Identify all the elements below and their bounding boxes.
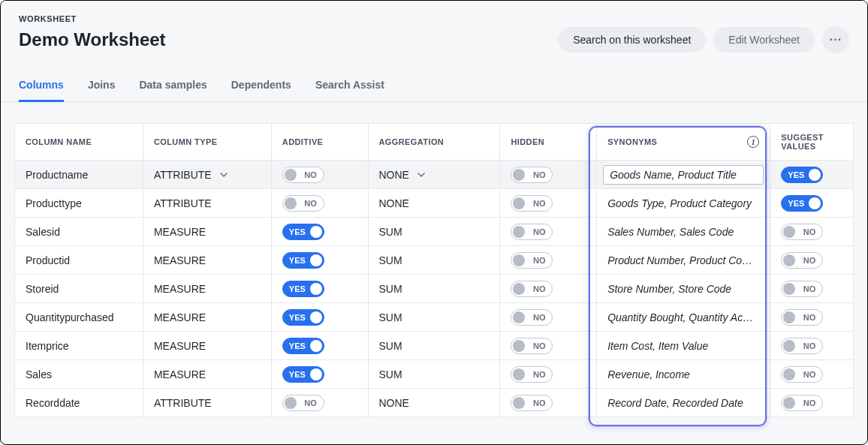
hidden-toggle[interactable]: NO bbox=[511, 395, 553, 411]
suggest-values-toggle[interactable]: NO bbox=[781, 224, 823, 240]
cell-synonyms[interactable]: Sales Number, Sales Code bbox=[597, 218, 770, 246]
additive-toggle[interactable]: YES bbox=[282, 224, 324, 240]
suggest-values-toggle[interactable]: YES bbox=[781, 195, 823, 212]
synonyms-text: Revenue, Income bbox=[607, 368, 759, 380]
cell-suggest-values: NO bbox=[770, 246, 854, 275]
cell-synonyms[interactable]: Goods Type, Product Category bbox=[597, 189, 770, 218]
additive-toggle[interactable]: NO bbox=[282, 195, 324, 212]
aggregation-value: SUM bbox=[379, 368, 402, 380]
cell-suggest-values: NO bbox=[770, 360, 854, 389]
hidden-toggle[interactable]: NO bbox=[511, 366, 553, 383]
suggest-values-toggle[interactable]: YES bbox=[781, 167, 823, 183]
additive-toggle[interactable]: YES bbox=[282, 252, 324, 269]
additive-toggle[interactable]: YES bbox=[282, 309, 324, 326]
th-additive: ADDITIVE bbox=[271, 124, 368, 161]
synonyms-text: Record Date, Recorded Date bbox=[607, 397, 759, 409]
column-type-value: ATTRIBUTE bbox=[154, 197, 212, 209]
cell-column-name: Productname bbox=[15, 161, 143, 189]
tab-search-assist[interactable]: Search Assist bbox=[315, 71, 384, 102]
cell-synonyms[interactable]: Record Date, Recorded Date bbox=[597, 389, 770, 417]
synonyms-text: Goods Type, Product Category bbox=[607, 197, 759, 209]
table-row: SalesidMEASUREYESSUMNOSales Number, Sale… bbox=[15, 218, 854, 246]
cell-synonyms[interactable]: Product Number, Product Co… bbox=[597, 246, 770, 275]
cell-aggregation[interactable]: NONE bbox=[368, 161, 500, 189]
cell-suggest-values: YES bbox=[770, 189, 854, 218]
cell-aggregation: SUM bbox=[368, 360, 500, 389]
table-row: ProducttypeATTRIBUTENONONENOGoods Type, … bbox=[15, 189, 854, 218]
cell-additive: YES bbox=[271, 218, 368, 246]
cell-additive: NO bbox=[271, 161, 368, 189]
suggest-values-toggle[interactable]: NO bbox=[781, 395, 823, 411]
chevron-down-icon bbox=[417, 170, 426, 179]
cell-column-name: Recorddate bbox=[15, 389, 143, 417]
cell-suggest-values: NO bbox=[770, 303, 854, 332]
additive-toggle[interactable]: YES bbox=[282, 338, 324, 354]
synonyms-text: Product Number, Product Co… bbox=[607, 254, 759, 266]
synonyms-input[interactable] bbox=[603, 165, 764, 185]
th-hidden: HIDDEN bbox=[500, 124, 597, 161]
cell-additive: YES bbox=[271, 332, 368, 360]
cell-synonyms[interactable]: Revenue, Income bbox=[597, 360, 770, 389]
suggest-values-toggle[interactable]: NO bbox=[781, 338, 823, 354]
cell-column-name: Salesid bbox=[15, 218, 143, 246]
cell-synonyms[interactable]: Store Number, Store Code bbox=[597, 275, 770, 303]
page-title: Demo Worksheet bbox=[19, 29, 166, 50]
synonyms-text: Item Cost, Item Value bbox=[607, 340, 759, 352]
cell-column-name: Sales bbox=[15, 360, 143, 389]
suggest-values-toggle[interactable]: NO bbox=[781, 281, 823, 297]
cell-column-name: Producttype bbox=[15, 189, 143, 218]
cell-aggregation: SUM bbox=[368, 303, 500, 332]
column-type-value: ATTRIBUTE bbox=[154, 169, 212, 181]
synonyms-text: Quantity Bought, Quantity Ac… bbox=[607, 311, 759, 323]
additive-toggle[interactable]: YES bbox=[282, 366, 324, 383]
th-synonyms-label: SYNONYMS bbox=[607, 137, 657, 146]
cell-synonyms[interactable]: Quantity Bought, Quantity Ac… bbox=[597, 303, 770, 332]
cell-column-name: Itemprice bbox=[15, 332, 143, 360]
cell-aggregation: SUM bbox=[368, 246, 500, 275]
suggest-values-toggle[interactable]: NO bbox=[781, 252, 823, 269]
cell-synonyms[interactable] bbox=[597, 161, 770, 189]
hidden-toggle[interactable]: NO bbox=[511, 252, 553, 269]
cell-column-type: MEASURE bbox=[143, 303, 271, 332]
info-icon[interactable]: i bbox=[747, 136, 759, 148]
cell-hidden: NO bbox=[500, 246, 597, 275]
tab-data-samples[interactable]: Data samples bbox=[139, 71, 206, 102]
additive-toggle[interactable]: YES bbox=[282, 281, 324, 297]
cell-synonyms[interactable]: Item Cost, Item Value bbox=[597, 332, 770, 360]
th-column-type: COLUMN TYPE bbox=[143, 124, 271, 161]
suggest-values-toggle[interactable]: NO bbox=[781, 309, 823, 326]
more-options-button[interactable]: ··· bbox=[822, 26, 849, 53]
tab-dependents[interactable]: Dependents bbox=[231, 71, 291, 102]
cell-column-name: Quantitypurchased bbox=[15, 303, 143, 332]
cell-suggest-values: NO bbox=[770, 332, 854, 360]
additive-toggle[interactable]: NO bbox=[282, 167, 324, 183]
th-synonyms: SYNONYMS i bbox=[597, 124, 770, 161]
cell-additive: YES bbox=[271, 360, 368, 389]
tab-columns[interactable]: Columns bbox=[19, 71, 64, 102]
th-column-name: COLUMN NAME bbox=[15, 124, 143, 161]
edit-worksheet-button[interactable]: Edit Worksheet bbox=[713, 27, 815, 53]
cell-column-type[interactable]: ATTRIBUTE bbox=[143, 161, 271, 189]
cell-additive: NO bbox=[271, 189, 368, 218]
hidden-toggle[interactable]: NO bbox=[511, 167, 553, 183]
aggregation-value: NONE bbox=[379, 169, 409, 181]
tab-joins[interactable]: Joins bbox=[88, 71, 116, 102]
suggest-values-toggle[interactable]: NO bbox=[781, 366, 823, 383]
cell-column-type: ATTRIBUTE bbox=[143, 389, 271, 417]
aggregation-value: SUM bbox=[379, 340, 402, 352]
cell-column-type: MEASURE bbox=[143, 218, 271, 246]
synonyms-text: Store Number, Store Code bbox=[607, 283, 759, 295]
table-row: ProductnameATTRIBUTENONONENOYES bbox=[15, 161, 854, 189]
th-suggest-values: SUGGEST VALUES bbox=[770, 124, 854, 161]
hidden-toggle[interactable]: NO bbox=[511, 224, 553, 240]
cell-column-type: ATTRIBUTE bbox=[143, 189, 271, 218]
additive-toggle[interactable]: NO bbox=[282, 395, 324, 411]
hidden-toggle[interactable]: NO bbox=[511, 195, 553, 212]
hidden-toggle[interactable]: NO bbox=[511, 309, 553, 326]
table-row: QuantitypurchasedMEASUREYESSUMNOQuantity… bbox=[15, 303, 854, 332]
hidden-toggle[interactable]: NO bbox=[511, 338, 553, 354]
cell-hidden: NO bbox=[500, 189, 597, 218]
hidden-toggle[interactable]: NO bbox=[511, 281, 553, 297]
search-worksheet-button[interactable]: Search on this worksheet bbox=[558, 27, 706, 53]
aggregation-value: NONE bbox=[379, 197, 409, 209]
